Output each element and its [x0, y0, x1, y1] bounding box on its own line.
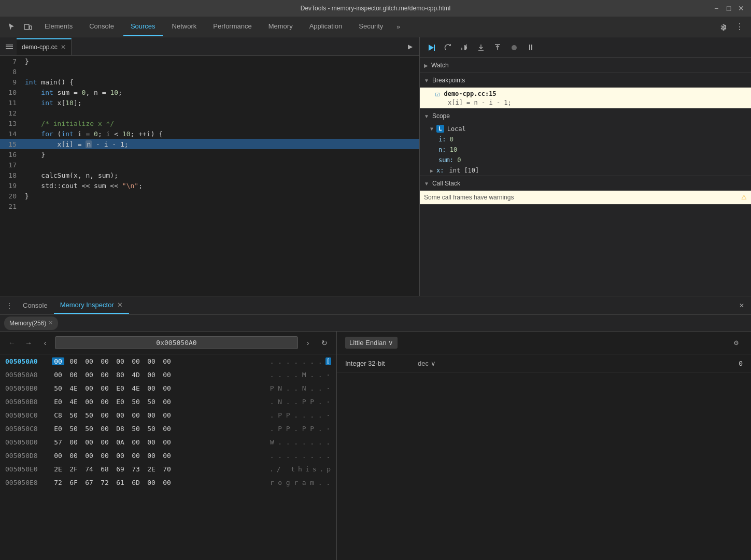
hex-ascii-char[interactable]: .	[269, 425, 275, 433]
hex-byte[interactable]: 50	[130, 398, 142, 406]
resume-button[interactable]	[424, 40, 438, 55]
hex-ascii-char[interactable]: .	[293, 411, 300, 419]
hex-ascii-char[interactable]	[284, 465, 289, 473]
hex-byte[interactable]: 00	[161, 479, 173, 486]
hex-byte[interactable]: 00	[161, 425, 173, 433]
hex-byte[interactable]: 2E	[145, 465, 158, 473]
bottom-menu-icon[interactable]: ⋮	[2, 298, 17, 313]
step-out-button[interactable]	[490, 40, 505, 55]
watch-header[interactable]: ▶ Watch	[420, 58, 751, 73]
hex-byte[interactable]: 00	[98, 411, 111, 419]
hex-ascii-char[interactable]: P	[269, 384, 275, 392]
breakpoint-checkbox[interactable]: ☑	[435, 90, 440, 98]
hex-ascii-char[interactable]: .	[309, 384, 316, 392]
hex-ascii-char[interactable]: .	[317, 452, 323, 460]
hex-byte[interactable]: 00	[130, 452, 142, 460]
hex-ascii-char[interactable]: M	[301, 371, 307, 379]
hex-ascii-char[interactable]: .	[309, 371, 316, 379]
hex-byte[interactable]: 50	[83, 411, 95, 419]
memory-back-button[interactable]: ←	[5, 336, 19, 350]
hex-byte[interactable]: 00	[98, 452, 111, 460]
close-bottom-panel-button[interactable]: ✕	[734, 298, 749, 313]
hex-ascii-char[interactable]: N	[277, 384, 284, 392]
hex-ascii-char[interactable]: P	[301, 425, 307, 433]
hex-ascii-char[interactable]: .	[277, 357, 284, 365]
hex-byte[interactable]: 00	[145, 479, 158, 486]
more-tabs-button[interactable]: »	[392, 23, 404, 31]
source-file-tab[interactable]: demo-cpp.cc ✕	[17, 38, 72, 55]
close-window-button[interactable]: ✕	[738, 5, 745, 12]
hex-ascii-char[interactable]: .	[317, 438, 323, 446]
hex-ascii-char[interactable]: .	[293, 398, 300, 406]
tab-application[interactable]: Application	[302, 18, 350, 36]
hex-ascii-char[interactable]: g	[285, 479, 291, 486]
hex-ascii-char[interactable]: .	[309, 438, 316, 446]
hex-byte[interactable]: 50	[67, 425, 80, 433]
hex-byte[interactable]: 50	[52, 384, 64, 392]
hex-byte[interactable]: 00	[52, 371, 64, 379]
hex-ascii-char[interactable]: .	[309, 357, 316, 365]
hex-ascii-char[interactable]: .	[301, 438, 307, 446]
endian-dropdown[interactable]: Little Endian ∨	[345, 337, 398, 349]
hex-byte[interactable]: 4E	[67, 398, 80, 406]
hex-byte[interactable]: 50	[145, 425, 158, 433]
hex-ascii-char[interactable]: .	[317, 411, 323, 419]
tab-performance[interactable]: Performance	[206, 18, 259, 36]
hex-byte[interactable]: 00	[145, 371, 158, 379]
hex-ascii-char[interactable]: .	[269, 411, 275, 419]
hex-ascii-char[interactable]: s	[312, 465, 317, 473]
hex-byte[interactable]: 00	[161, 371, 173, 379]
hex-ascii-char[interactable]: .	[301, 411, 307, 419]
scope-var-x[interactable]: ▶ x: int [10]	[420, 165, 751, 176]
hex-ascii-char[interactable]: .	[277, 371, 284, 379]
hex-ascii-char[interactable]: P	[309, 398, 316, 406]
hex-byte[interactable]: 80	[114, 371, 126, 379]
hex-ascii-char[interactable]: .	[269, 398, 275, 406]
hex-ascii-char[interactable]: .	[325, 452, 332, 460]
hex-byte[interactable]: 00	[98, 425, 111, 433]
pause-on-exceptions-button[interactable]: ⏸	[523, 40, 538, 55]
hex-ascii-char[interactable]: .	[285, 384, 291, 392]
hex-ascii-char[interactable]: N	[277, 398, 284, 406]
step-over-button[interactable]	[457, 40, 472, 55]
hex-ascii-char[interactable]: .	[317, 384, 323, 392]
hex-byte[interactable]: D8	[114, 425, 126, 433]
hex-ascii-char[interactable]: .	[317, 479, 323, 486]
hex-ascii-char[interactable]: ·	[325, 371, 332, 379]
hex-byte[interactable]: 50	[145, 398, 158, 406]
hex-byte[interactable]: 4D	[130, 371, 142, 379]
source-tab-close-icon[interactable]: ✕	[61, 44, 66, 51]
memory-256-tab[interactable]: Memory(256) ✕	[4, 317, 58, 330]
hex-byte[interactable]: 00	[161, 452, 173, 460]
tab-security[interactable]: Security	[351, 18, 390, 36]
hex-ascii-char[interactable]: p	[326, 465, 331, 473]
hex-ascii-char[interactable]: [	[325, 357, 332, 365]
hex-ascii-char[interactable]: P	[285, 425, 291, 433]
hex-ascii-char[interactable]: .	[309, 452, 316, 460]
minimize-button[interactable]: −	[713, 5, 720, 12]
hex-byte[interactable]: 73	[130, 465, 142, 473]
hex-ascii-char[interactable]: P	[277, 411, 284, 419]
hex-byte[interactable]: 57	[52, 438, 64, 446]
hex-byte[interactable]: 00	[130, 411, 142, 419]
hex-byte[interactable]: 00	[83, 384, 95, 392]
hex-byte[interactable]: 00	[114, 357, 126, 365]
tab-memory-inspector[interactable]: Memory Inspector ✕	[54, 297, 129, 314]
hex-byte[interactable]: 72	[52, 479, 64, 486]
hex-byte[interactable]: 4E	[67, 384, 80, 392]
inspector-settings-icon[interactable]: ⚙	[729, 336, 743, 350]
hex-ascii-char[interactable]: m	[309, 479, 316, 486]
hex-ascii-char[interactable]: h	[297, 465, 303, 473]
hex-byte[interactable]: E0	[114, 398, 126, 406]
hex-byte[interactable]: 00	[98, 398, 111, 406]
hex-ascii-char[interactable]: ·	[325, 398, 332, 406]
hex-ascii-char[interactable]: P	[285, 411, 291, 419]
hex-byte[interactable]: 74	[83, 465, 95, 473]
memory-refresh-button[interactable]: ↻	[318, 336, 331, 350]
hex-byte[interactable]: 00	[67, 357, 80, 365]
hex-byte[interactable]: 00	[98, 438, 111, 446]
hex-byte[interactable]: 67	[83, 479, 95, 486]
inspector-format-dropdown[interactable]: dec ∨	[418, 360, 436, 367]
hex-ascii-char[interactable]: .	[269, 465, 274, 473]
hex-ascii-char[interactable]: N	[301, 384, 307, 392]
